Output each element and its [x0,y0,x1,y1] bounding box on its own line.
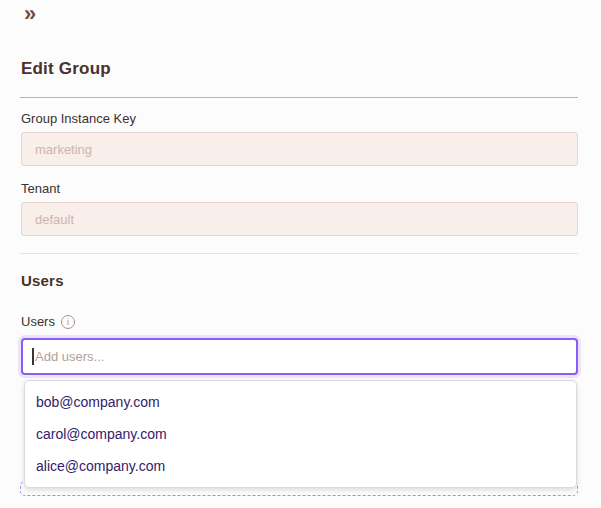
group-instance-key-input [21,132,578,166]
edit-group-panel: » Edit Group Group Instance Key Tenant U… [0,0,601,508]
users-field-label: Users [21,314,55,329]
dropdown-option[interactable]: alice@company.com [25,450,576,482]
info-icon[interactable]: i [61,315,75,329]
dropdown-option[interactable]: bob@company.com [25,386,576,418]
users-section-heading: Users [21,272,64,289]
users-field-label-row: Users i [21,314,75,329]
add-users-input[interactable] [21,338,578,375]
users-dropdown: bob@company.com carol@company.com alice@… [24,380,577,488]
section-divider [20,253,578,254]
dropdown-option[interactable]: carol@company.com [25,418,576,450]
group-instance-key-label: Group Instance Key [21,111,136,126]
page-title: Edit Group [21,59,111,79]
text-caret [32,348,34,365]
tenant-input [21,202,578,236]
users-input-wrapper [21,338,578,375]
section-divider [20,97,578,98]
tenant-label: Tenant [21,181,60,196]
collapse-panel-button[interactable]: » [24,3,36,25]
